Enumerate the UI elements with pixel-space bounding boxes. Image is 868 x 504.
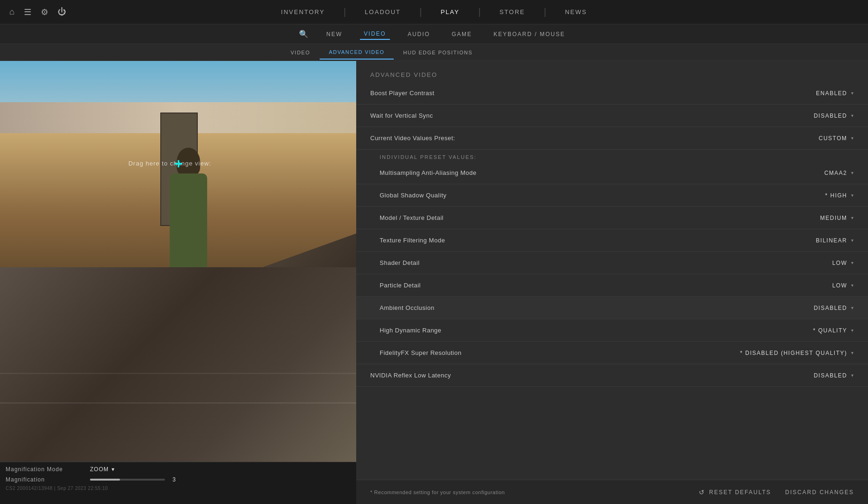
tab-keyboard-mouse[interactable]: KEYBOARD / MOUSE <box>490 29 569 39</box>
nav-inventory[interactable]: INVENTORY <box>281 8 325 15</box>
setting-fidelityfx[interactable]: FidelityFX Super Resolution * DISABLED (… <box>356 342 868 364</box>
magnification-mode-chevron: ▾ <box>112 466 115 473</box>
setting-texture-detail-value: MEDIUM ▾ <box>820 215 854 221</box>
magnification-label: Magnification <box>6 476 90 483</box>
nav-loadout[interactable]: LOADOUT <box>365 8 401 15</box>
tab-video-sub[interactable]: VIDEO <box>281 46 320 59</box>
top-nav-icons: ⌂ ☰ ⚙ ⏻ <box>9 7 66 17</box>
setting-shadow-quality[interactable]: Global Shadow Quality * HIGH ▾ <box>356 184 868 207</box>
setting-shader-detail-label: Shader Detail <box>380 259 832 266</box>
setting-texture-detail-label: Model / Texture Detail <box>380 214 820 221</box>
chevron-icon: ▾ <box>851 170 854 175</box>
chevron-icon: ▾ <box>851 305 854 310</box>
setting-antialiasing-label: Multisampling Anti-Aliasing Mode <box>380 169 824 176</box>
setting-boost-player-contrast-label: Boost Player Contrast <box>370 90 816 97</box>
sub-section-title: Individual Preset Values: <box>356 150 868 162</box>
setting-vertical-sync-label: Wait for Vertical Sync <box>370 112 814 119</box>
preview-bottom[interactable] <box>0 267 356 462</box>
nav-store[interactable]: STORE <box>500 8 525 15</box>
setting-texture-filtering[interactable]: Texture Filtering Mode BILINEAR ▾ <box>356 229 868 252</box>
third-navigation: VIDEO ADVANCED VIDEO HUD EDGE POSITIONS <box>0 44 868 61</box>
magnification-mode-select[interactable]: ZOOM ▾ <box>90 466 115 473</box>
setting-shader-detail-value: LOW ▾ <box>832 260 854 266</box>
soldier-silhouette <box>160 117 217 267</box>
chevron-icon: ▾ <box>851 260 854 265</box>
right-panel: Advanced Video Boost Player Contrast ENA… <box>356 61 868 504</box>
setting-shadow-quality-label: Global Shadow Quality <box>380 192 825 199</box>
reset-icon: ↺ <box>699 489 705 496</box>
main-layout: Drag here to change view: ✛ Magnificatio… <box>0 61 868 504</box>
soldier-body <box>170 173 207 267</box>
magnification-row: Magnification 3 <box>6 476 351 483</box>
setting-boost-player-contrast[interactable]: Boost Player Contrast ENABLED ▾ <box>356 82 868 105</box>
setting-hdr-label: High Dynamic Range <box>380 327 813 334</box>
magnification-mode-label: Magnification Mode <box>6 466 90 473</box>
chevron-icon: ▾ <box>851 193 854 198</box>
setting-antialiasing[interactable]: Multisampling Anti-Aliasing Mode CMAA2 ▾ <box>356 162 868 184</box>
status-text: CS2 2000142/13948 | Sep 27 2023 22:55:10 <box>6 486 351 491</box>
crosshair: ✛ <box>174 158 182 170</box>
nav-divider-4: | <box>544 7 546 17</box>
magnification-value: 3 <box>172 476 176 483</box>
setting-shadow-quality-value: * HIGH ▾ <box>825 192 854 199</box>
setting-ambient-occlusion-value: DISABLED ▾ <box>814 305 854 311</box>
reset-defaults-button[interactable]: ↺ RESET DEFAULTS <box>699 489 771 496</box>
magnification-slider[interactable] <box>90 479 165 481</box>
setting-hdr-value: * QUALITY ▾ <box>813 327 854 334</box>
setting-nvidia-reflex-value: DISABLED ▾ <box>814 372 854 379</box>
setting-fidelityfx-value: * DISABLED (HIGHEST QUALITY) ▾ <box>740 350 854 356</box>
tab-new[interactable]: NEW <box>322 29 346 39</box>
chevron-icon: ▾ <box>851 135 854 141</box>
discard-changes-label: DISCARD CHANGES <box>785 489 854 496</box>
setting-nvidia-reflex-label: NVIDIA Reflex Low Latency <box>370 372 814 379</box>
home-icon[interactable]: ⌂ <box>9 7 15 17</box>
reset-defaults-label: RESET DEFAULTS <box>709 489 771 496</box>
setting-vertical-sync[interactable]: Wait for Vertical Sync DISABLED ▾ <box>356 105 868 127</box>
setting-video-preset-label: Current Video Values Preset: <box>370 135 819 142</box>
setting-boost-player-contrast-value: ENABLED ▾ <box>816 90 854 97</box>
tab-video[interactable]: VIDEO <box>360 29 389 40</box>
setting-hdr[interactable]: High Dynamic Range * QUALITY ▾ <box>356 319 868 342</box>
power-icon[interactable]: ⏻ <box>58 7 66 17</box>
settings-icon[interactable]: ⚙ <box>41 7 48 17</box>
setting-nvidia-reflex[interactable]: NVIDIA Reflex Low Latency DISABLED ▾ <box>356 364 868 387</box>
nav-news[interactable]: NEWS <box>565 8 587 15</box>
tab-advanced-video[interactable]: ADVANCED VIDEO <box>320 45 394 60</box>
setting-video-preset[interactable]: Current Video Values Preset: CUSTOM ▾ <box>356 127 868 150</box>
bottom-bar: Magnification Mode ZOOM ▾ Magnification … <box>0 462 356 504</box>
bottom-action-bar: * Recommended setting for your system co… <box>356 480 868 504</box>
search-icon[interactable]: 🔍 <box>299 30 308 38</box>
preview-top[interactable]: Drag here to change view: ✛ <box>0 61 356 267</box>
setting-texture-filtering-value: BILINEAR ▾ <box>816 237 854 244</box>
inventory-icon[interactable]: ☰ <box>24 7 31 17</box>
setting-particle-detail[interactable]: Particle Detail LOW ▾ <box>356 274 868 297</box>
left-panel: Drag here to change view: ✛ Magnificatio… <box>0 61 356 504</box>
chevron-icon: ▾ <box>851 283 854 288</box>
chevron-icon: ▾ <box>851 238 854 243</box>
tab-audio[interactable]: AUDIO <box>404 29 434 39</box>
recommend-note: * Recommended setting for your system co… <box>370 489 685 495</box>
chevron-icon: ▾ <box>851 373 854 378</box>
setting-texture-detail[interactable]: Model / Texture Detail MEDIUM ▾ <box>356 207 868 229</box>
nav-divider-3: | <box>478 7 480 17</box>
magnification-mode-row: Magnification Mode ZOOM ▾ <box>6 466 351 473</box>
discard-changes-button[interactable]: DISCARD CHANGES <box>785 489 854 496</box>
setting-particle-detail-value: LOW ▾ <box>832 282 854 289</box>
tab-game[interactable]: GAME <box>448 29 476 39</box>
magnification-mode-value: ZOOM <box>90 466 109 473</box>
setting-antialiasing-value: CMAA2 ▾ <box>824 170 854 176</box>
setting-ambient-occlusion[interactable]: Ambient Occlusion DISABLED ▾ <box>356 297 868 319</box>
top-nav-links: INVENTORY | LOADOUT | PLAY | STORE | NEW… <box>281 7 587 17</box>
nav-play[interactable]: PLAY <box>441 8 459 15</box>
chevron-icon: ▾ <box>851 350 854 355</box>
setting-particle-detail-label: Particle Detail <box>380 282 832 289</box>
section-title-advanced-video: Advanced Video <box>356 66 868 82</box>
top-navigation: ⌂ ☰ ⚙ ⏻ INVENTORY | LOADOUT | PLAY | STO… <box>0 0 868 24</box>
tab-hud-edge[interactable]: HUD EDGE POSITIONS <box>394 46 482 59</box>
setting-ambient-occlusion-label: Ambient Occlusion <box>380 304 814 311</box>
chevron-icon: ▾ <box>851 328 854 333</box>
setting-shader-detail[interactable]: Shader Detail LOW ▾ <box>356 252 868 274</box>
setting-vertical-sync-value: DISABLED ▾ <box>814 113 854 119</box>
magnification-slider-fill <box>90 479 120 481</box>
second-navigation: 🔍 NEW VIDEO AUDIO GAME KEYBOARD / MOUSE <box>0 24 868 44</box>
